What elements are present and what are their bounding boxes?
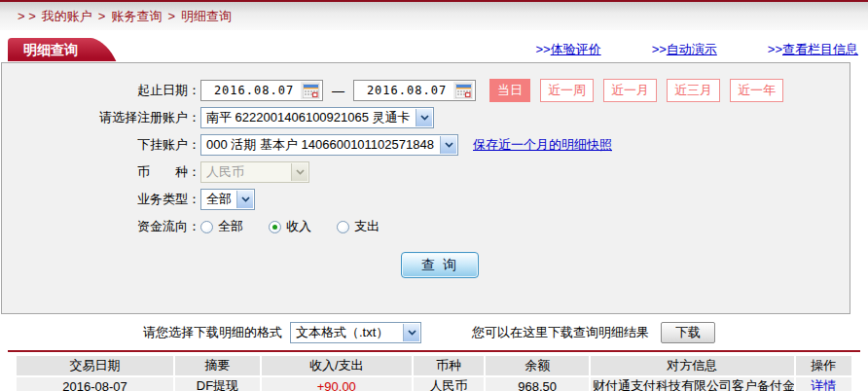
breadcrumb-item-my-account[interactable]: 我的账户 [42, 8, 92, 25]
date-range-label: 起止日期： [2, 82, 200, 99]
table-row: 2016-08-07 DF提现 +90.00 人民币 968.50 财付通支付科… [17, 377, 851, 391]
currency-value: 人民币 [206, 164, 244, 179]
tab-detail-query[interactable]: 明细查询 [8, 38, 91, 61]
end-date-value: 2016.08.07 [360, 84, 453, 97]
link-view-column-info[interactable]: >>查看栏目信息 [768, 41, 858, 58]
header-summary: 摘要 [175, 356, 260, 375]
chevron-down-icon [416, 109, 432, 126]
currency-select: 人民币 [200, 161, 309, 183]
flow-option-expense[interactable]: 支出 [337, 218, 380, 235]
sub-account-label: 下挂账户： [2, 136, 200, 154]
link-label: 查看栏目信息 [782, 42, 858, 56]
breadcrumb-separator: > [167, 9, 175, 23]
breadcrumb-item-detail-query: 明细查询 [181, 8, 232, 25]
tab-bar: 明细查询 >>体验评价 >>自动演示 >>查看栏目信息 [0, 37, 868, 62]
chevron-down-icon [291, 163, 307, 181]
link-prefix: >> [768, 42, 782, 56]
quick-range-month-button[interactable]: 近一月 [603, 79, 657, 102]
transaction-table: 交易日期 摘要 收入/支出 币种 余额 对方信息 操作 2016-08-07 D… [15, 354, 853, 391]
register-account-value: 南平 6222001406100921065 灵通卡 [206, 110, 411, 124]
query-button-row: 查 询 [2, 252, 850, 278]
tab-label: 明细查询 [23, 42, 78, 57]
register-account-label: 请选择注册账户： [2, 109, 200, 126]
header-action: 操作 [796, 356, 851, 375]
currency-row: 币 种： 人民币 [2, 161, 850, 183]
download-hint: 您可以在这里下载查询明细结果 [472, 324, 649, 341]
flow-option-label: 全部 [218, 218, 243, 235]
link-experience-rating[interactable]: >>体验评价 [535, 41, 600, 58]
quick-range-year-button[interactable]: 近一年 [730, 79, 783, 102]
quick-range-buttons: 当日 近一周 近一月 近三月 近一年 [489, 79, 793, 102]
chevron-down-icon [403, 324, 419, 341]
download-format-value: 文本格式（.txt） [296, 325, 388, 339]
date-range-row: 起止日期： 2016.08.07 — 2016.08.07 [2, 80, 850, 101]
radio-icon[interactable] [337, 221, 349, 233]
download-row: 请您选择下载明细的格式 文本格式（.txt） 您可以在这里下载查询明细结果 下载 [0, 320, 868, 345]
sub-account-select[interactable]: 000 活期 基本户 1406600101102571848 [200, 134, 458, 156]
flow-option-label: 支出 [354, 218, 380, 235]
download-button[interactable]: 下载 [661, 322, 715, 343]
tab-links: >>体验评价 >>自动演示 >>查看栏目信息 [485, 41, 868, 58]
header-balance: 余额 [486, 356, 589, 375]
sub-account-value: 000 活期 基本户 1406600101102571848 [206, 137, 434, 152]
cell-amount: +90.00 [262, 377, 412, 391]
breadcrumb-item-account-query[interactable]: 账务查询 [111, 8, 162, 25]
cell-trade-date: 2016-08-07 [17, 377, 173, 391]
header-counterparty: 对方信息 [591, 356, 793, 375]
register-account-row: 请选择注册账户： 南平 6222001406100921065 灵通卡 [2, 107, 850, 128]
biz-type-label: 业务类型： [2, 191, 200, 208]
biz-type-value: 全部 [206, 192, 232, 206]
biz-type-select[interactable]: 全部 [200, 189, 255, 210]
header-currency: 币种 [414, 356, 485, 375]
chevron-down-icon [236, 191, 253, 208]
currency-label: 币 种： [2, 163, 200, 181]
flow-option-label: 收入 [286, 218, 311, 235]
register-account-select[interactable]: 南平 6222001406100921065 灵通卡 [200, 107, 434, 128]
radio-icon[interactable] [269, 221, 281, 233]
query-form-panel: 起止日期： 2016.08.07 — 2016.08.07 [1, 62, 850, 314]
header-income-expense: 收入/支出 [262, 356, 412, 375]
download-format-label: 请您选择下载明细的格式 [143, 324, 282, 341]
link-prefix: >> [535, 42, 550, 56]
link-label: 自动演示 [667, 42, 717, 56]
radio-icon[interactable] [200, 221, 213, 233]
breadcrumb-separator: > [98, 9, 106, 23]
calendar-icon[interactable] [301, 82, 320, 99]
cell-summary: DF提现 [175, 377, 260, 391]
calendar-icon[interactable] [453, 82, 473, 99]
link-auto-demo[interactable]: >>自动演示 [652, 41, 717, 58]
flow-option-income[interactable]: 收入 [269, 218, 311, 235]
breadcrumb-prefix: > > [18, 9, 36, 23]
biz-type-row: 业务类型： 全部 [2, 189, 850, 210]
table-header-row: 交易日期 摘要 收入/支出 币种 余额 对方信息 操作 [17, 356, 851, 375]
start-date-value: 2016.08.07 [207, 84, 301, 97]
chevron-down-icon [440, 136, 456, 154]
fund-flow-label: 资金流向： [2, 218, 200, 235]
query-button[interactable]: 查 询 [401, 252, 479, 278]
cell-counterparty: 财付通支付科技有限公司客户备付金 [591, 377, 793, 391]
sub-account-row: 下挂账户： 000 活期 基本户 1406600101102571848 保存近… [2, 134, 850, 156]
detail-link[interactable]: 详情 [811, 378, 836, 391]
cell-currency: 人民币 [414, 377, 485, 391]
quick-range-today-button[interactable]: 当日 [489, 79, 530, 102]
end-date-input[interactable]: 2016.08.07 [353, 80, 476, 101]
link-prefix: >> [652, 42, 667, 56]
download-format-select[interactable]: 文本格式（.txt） [290, 322, 421, 343]
breadcrumb: > > 我的账户 > 账务查询 > 明细查询 [0, 2, 868, 30]
table-divider-line [8, 350, 860, 352]
link-label: 体验评价 [551, 42, 601, 56]
cell-action: 详情 [796, 377, 851, 391]
cell-balance: 968.50 [486, 377, 589, 391]
header-trade-date: 交易日期 [17, 356, 173, 375]
date-range-dash: — [332, 84, 344, 98]
flow-option-all[interactable]: 全部 [200, 218, 243, 235]
start-date-input[interactable]: 2016.08.07 [200, 80, 323, 101]
fund-flow-row: 资金流向： 全部 收入 支出 [2, 216, 850, 237]
quick-range-3months-button[interactable]: 近三月 [667, 79, 720, 102]
quick-range-week-button[interactable]: 近一周 [540, 79, 594, 102]
save-snapshot-link[interactable]: 保存近一个月的明细快照 [473, 136, 612, 154]
